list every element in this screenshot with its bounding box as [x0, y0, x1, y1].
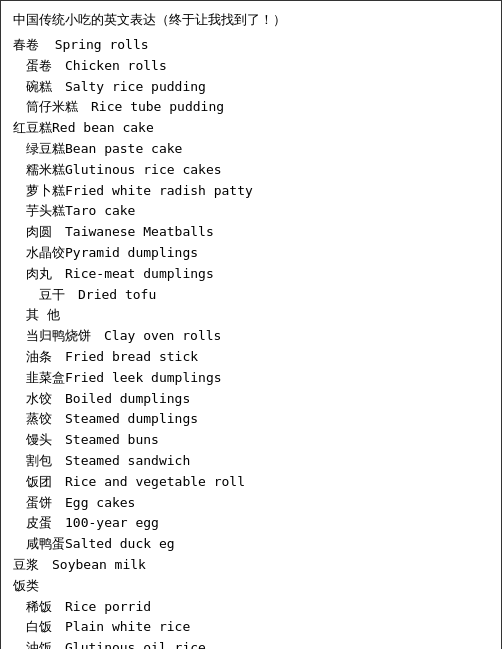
content-line: 肉圆 Taiwanese Meatballs	[13, 222, 489, 243]
content-line: 油条 Fried bread stick	[13, 347, 489, 368]
page-title: 中国传统小吃的英文表达（终于让我找到了！）	[13, 11, 489, 29]
content-line: 饭类	[13, 576, 489, 597]
content-line: 韭菜盒Fried leek dumplings	[13, 368, 489, 389]
content-line: 咸鸭蛋Salted duck eg	[13, 534, 489, 555]
content-line: 蛋饼 Egg cakes	[13, 493, 489, 514]
content-line: 皮蛋 100-year egg	[13, 513, 489, 534]
content-line: 饭团 Rice and vegetable roll	[13, 472, 489, 493]
content-line: 油饭 Glutinous oil rice	[13, 638, 489, 649]
content-line: 肉丸 Rice-meat dumplings	[13, 264, 489, 285]
content-line: 豆浆 Soybean milk	[13, 555, 489, 576]
content-line: 白饭 Plain white rice	[13, 617, 489, 638]
content-line: 馒头 Steamed buns	[13, 430, 489, 451]
content-line: 春卷 Spring rolls	[13, 35, 489, 56]
content-line: 红豆糕Red bean cake	[13, 118, 489, 139]
content-line: 当归鸭烧饼 Clay oven rolls	[13, 326, 489, 347]
content-line: 水饺 Boiled dumplings	[13, 389, 489, 410]
content-line: 蛋卷 Chicken rolls	[13, 56, 489, 77]
content-line: 绿豆糕Bean paste cake	[13, 139, 489, 160]
content-line: 糯米糕Glutinous rice cakes	[13, 160, 489, 181]
page-container: 中国传统小吃的英文表达（终于让我找到了！） 春卷 Spring rolls 蛋卷…	[0, 0, 502, 649]
content-line: 萝卜糕Fried white radish patty	[13, 181, 489, 202]
content-line: 豆干 Dried tofu	[13, 285, 489, 306]
content-line: 其 他	[13, 305, 489, 326]
content-line: 蒸饺 Steamed dumplings	[13, 409, 489, 430]
content-line: 芋头糕Taro cake	[13, 201, 489, 222]
content-line: 割包 Steamed sandwich	[13, 451, 489, 472]
content-line: 碗糕 Salty rice pudding	[13, 77, 489, 98]
content-body: 春卷 Spring rolls 蛋卷 Chicken rolls 碗糕 Salt…	[13, 35, 489, 649]
content-line: 稀饭 Rice porrid	[13, 597, 489, 618]
content-line: 水晶饺Pyramid dumplings	[13, 243, 489, 264]
content-line: 筒仔米糕 Rice tube pudding	[13, 97, 489, 118]
